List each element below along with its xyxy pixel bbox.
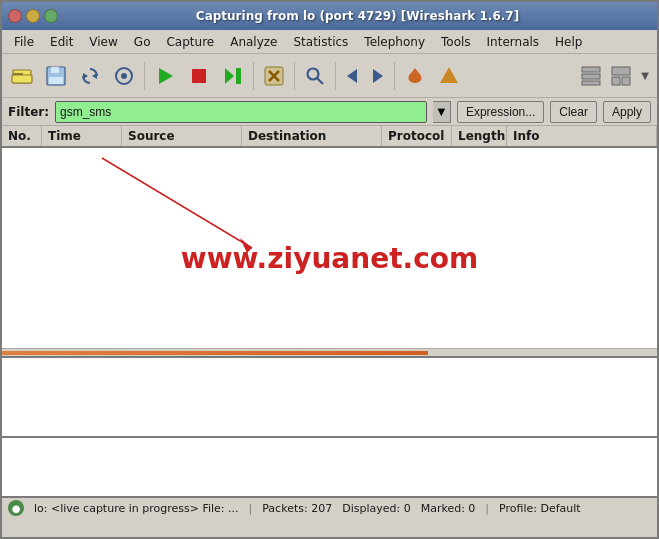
svg-line-18 xyxy=(317,78,323,84)
menu-view[interactable]: View xyxy=(81,33,125,51)
status-sep-2: | xyxy=(485,502,489,515)
packet-list-header: No. Time Source Destination Protocol Len… xyxy=(2,126,657,148)
svg-rect-26 xyxy=(612,77,620,85)
toolbar-sep-5 xyxy=(394,62,395,90)
status-displayed: Displayed: 0 xyxy=(342,502,411,515)
filter-label: Filter: xyxy=(8,105,49,119)
go-forward-button[interactable] xyxy=(366,60,390,92)
maximize-button[interactable] xyxy=(44,9,58,23)
title-bar: Capturing from lo (port 4729) [Wireshark… xyxy=(2,2,657,30)
layout-2-button[interactable] xyxy=(607,60,635,92)
packet-detail-panel[interactable] xyxy=(2,356,657,436)
close-button[interactable] xyxy=(8,9,22,23)
apply-button[interactable]: Apply xyxy=(603,101,651,123)
stop-capture-button[interactable] xyxy=(183,60,215,92)
menu-internals[interactable]: Internals xyxy=(479,33,548,51)
minimize-button[interactable] xyxy=(26,9,40,23)
filter-input[interactable] xyxy=(55,101,427,123)
svg-rect-23 xyxy=(582,74,600,79)
svg-marker-21 xyxy=(440,67,458,83)
column-header-destination[interactable]: Destination xyxy=(242,126,382,146)
start-capture-button[interactable] xyxy=(149,60,181,92)
filter-dropdown-button[interactable]: ▼ xyxy=(433,101,451,123)
svg-rect-27 xyxy=(622,77,630,85)
toolbar-sep-4 xyxy=(335,62,336,90)
svg-rect-11 xyxy=(192,69,206,83)
svg-marker-19 xyxy=(347,69,357,83)
svg-point-17 xyxy=(308,68,319,79)
progress-bar xyxy=(2,351,428,355)
close-file-button[interactable] xyxy=(258,60,290,92)
svg-marker-29 xyxy=(240,238,252,253)
packet-hex-panel[interactable] xyxy=(2,436,657,496)
status-sep-1: | xyxy=(249,502,253,515)
svg-rect-2 xyxy=(12,75,32,83)
menu-statistics[interactable]: Statistics xyxy=(285,33,356,51)
svg-point-9 xyxy=(121,73,127,79)
status-marked: Marked: 0 xyxy=(421,502,476,515)
open-button[interactable] xyxy=(6,60,38,92)
menu-tools[interactable]: Tools xyxy=(433,33,479,51)
status-icon: ● xyxy=(8,500,24,516)
packet-list[interactable]: www.ziyuanet.com xyxy=(2,148,657,348)
menu-analyze[interactable]: Analyze xyxy=(222,33,285,51)
svg-line-28 xyxy=(102,158,252,248)
status-bar: ● lo: <live capture in progress> File: .… xyxy=(2,496,657,518)
status-profile: Profile: Default xyxy=(499,502,581,515)
column-header-no[interactable]: No. xyxy=(2,126,42,146)
find-button[interactable] xyxy=(299,60,331,92)
status-packets: Packets: 207 xyxy=(262,502,332,515)
status-capture-info: lo: <live capture in progress> File: ... xyxy=(34,502,239,515)
toolbar: ▼ xyxy=(2,54,657,98)
toolbar-sep-2 xyxy=(253,62,254,90)
reload-button[interactable] xyxy=(74,60,106,92)
svg-rect-24 xyxy=(582,81,600,85)
svg-marker-6 xyxy=(92,73,97,79)
column-header-source[interactable]: Source xyxy=(122,126,242,146)
window-title: Capturing from lo (port 4729) [Wireshark… xyxy=(64,9,651,23)
menu-bar: File Edit View Go Capture Analyze Statis… xyxy=(2,30,657,54)
restart-capture-button[interactable] xyxy=(217,60,249,92)
svg-rect-13 xyxy=(236,68,241,84)
clear-button[interactable]: Clear xyxy=(550,101,597,123)
zoom-in-button[interactable] xyxy=(433,60,465,92)
window-controls xyxy=(8,9,58,23)
column-header-time[interactable]: Time xyxy=(42,126,122,146)
svg-rect-22 xyxy=(582,67,600,72)
menu-go[interactable]: Go xyxy=(126,33,159,51)
svg-marker-7 xyxy=(83,73,88,79)
progress-area xyxy=(2,348,657,356)
svg-marker-12 xyxy=(225,68,234,84)
save-button[interactable] xyxy=(40,60,72,92)
svg-rect-4 xyxy=(51,67,59,73)
column-header-protocol[interactable]: Protocol xyxy=(382,126,452,146)
colorize-button[interactable] xyxy=(399,60,431,92)
menu-file[interactable]: File xyxy=(6,33,42,51)
toolbar-sep-3 xyxy=(294,62,295,90)
menu-capture[interactable]: Capture xyxy=(158,33,222,51)
svg-rect-5 xyxy=(49,77,63,84)
filter-bar: Filter: ▼ Expression... Clear Apply xyxy=(2,98,657,126)
svg-marker-20 xyxy=(373,69,383,83)
expression-button[interactable]: Expression... xyxy=(457,101,544,123)
svg-rect-25 xyxy=(612,67,630,75)
toolbar-sep-1 xyxy=(144,62,145,90)
menu-help[interactable]: Help xyxy=(547,33,590,51)
layout-dropdown-button[interactable]: ▼ xyxy=(637,60,653,92)
capture-options-button[interactable] xyxy=(108,60,140,92)
column-header-length[interactable]: Length xyxy=(452,126,507,146)
svg-marker-10 xyxy=(159,68,173,84)
column-header-info[interactable]: Info xyxy=(507,126,657,146)
watermark-text: www.ziyuanet.com xyxy=(181,242,478,275)
layout-1-button[interactable] xyxy=(577,60,605,92)
go-back-button[interactable] xyxy=(340,60,364,92)
arrow-graphic xyxy=(2,148,657,348)
menu-edit[interactable]: Edit xyxy=(42,33,81,51)
menu-telephony[interactable]: Telephony xyxy=(356,33,433,51)
